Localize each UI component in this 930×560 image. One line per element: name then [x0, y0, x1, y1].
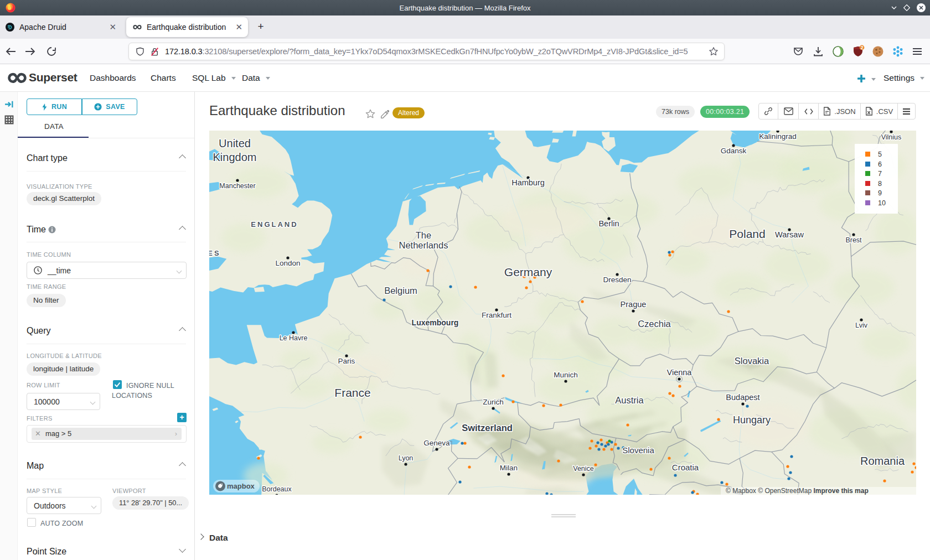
svg-text:Kingdom: Kingdom [213, 151, 257, 163]
svg-text:The: The [416, 230, 431, 240]
svg-text:Croatia: Croatia [672, 463, 699, 472]
svg-text:Germany: Germany [504, 266, 552, 278]
svg-text:Switzerland: Switzerland [462, 423, 513, 433]
svg-text:France: France [334, 386, 370, 399]
svg-text:Milan: Milan [500, 464, 518, 472]
svg-text:2: 2 [861, 45, 864, 50]
svg-text:9: 9 [878, 189, 882, 197]
svg-text:Prague: Prague [621, 300, 647, 309]
svg-text:Kaliningrad: Kaliningrad [759, 132, 797, 141]
svg-text:mapbox: mapbox [227, 482, 255, 490]
svg-text:Luxembourg: Luxembourg [412, 318, 459, 327]
svg-text:ENGLAND: ENGLAND [251, 220, 298, 229]
svg-text:Czechia: Czechia [638, 319, 671, 329]
svg-text:Manchester: Manchester [219, 182, 255, 190]
svg-text:Paris: Paris [338, 357, 355, 365]
svg-text:Lyon: Lyon [399, 454, 414, 462]
svg-text:5: 5 [878, 151, 882, 158]
svg-text:Gdansk: Gdansk [721, 147, 747, 155]
svg-text:Dresden: Dresden [603, 276, 631, 284]
svg-text:Le Havre: Le Havre [280, 334, 308, 342]
svg-text:Berlin: Berlin [598, 219, 619, 228]
svg-text:Austria: Austria [615, 395, 644, 405]
svg-text:Belgium: Belgium [384, 286, 417, 295]
svg-text:Vienna: Vienna [667, 368, 693, 377]
svg-text:Slovakia: Slovakia [735, 356, 769, 366]
svg-text:Netherlands: Netherlands [399, 240, 448, 250]
svg-text:Poland: Poland [729, 227, 765, 240]
svg-text:© Mapbox © OpenStreetMap Impro: © Mapbox © OpenStreetMap Improve this ma… [726, 487, 869, 495]
svg-text:7: 7 [878, 170, 882, 178]
svg-text:Hamburg: Hamburg [512, 178, 545, 187]
svg-text:London: London [275, 259, 300, 267]
svg-text:Bordeaux: Bordeaux [262, 485, 292, 493]
svg-text:Slovenia: Slovenia [622, 445, 654, 455]
svg-text:Geneva: Geneva [423, 439, 450, 447]
svg-text:6: 6 [878, 160, 882, 168]
svg-text:Romania: Romania [860, 455, 905, 467]
svg-text:Vilnius: Vilnius [881, 133, 902, 141]
svg-text:Brest: Brest [845, 236, 862, 244]
svg-text:Zurich: Zurich [483, 398, 504, 406]
svg-text:United: United [219, 137, 251, 149]
svg-text:Lviv: Lviv [855, 322, 868, 329]
svg-text:WALES: WALES [209, 249, 221, 257]
svg-text:Hungary: Hungary [733, 414, 771, 426]
svg-text:Munich: Munich [554, 371, 578, 379]
svg-text:10: 10 [878, 199, 886, 207]
svg-text:Venice: Venice [573, 465, 594, 473]
svg-text:Budapest: Budapest [726, 393, 760, 402]
svg-text:8: 8 [878, 180, 882, 188]
svg-text:Frankfurt: Frankfurt [482, 311, 512, 319]
svg-text:Warsaw: Warsaw [775, 230, 804, 239]
